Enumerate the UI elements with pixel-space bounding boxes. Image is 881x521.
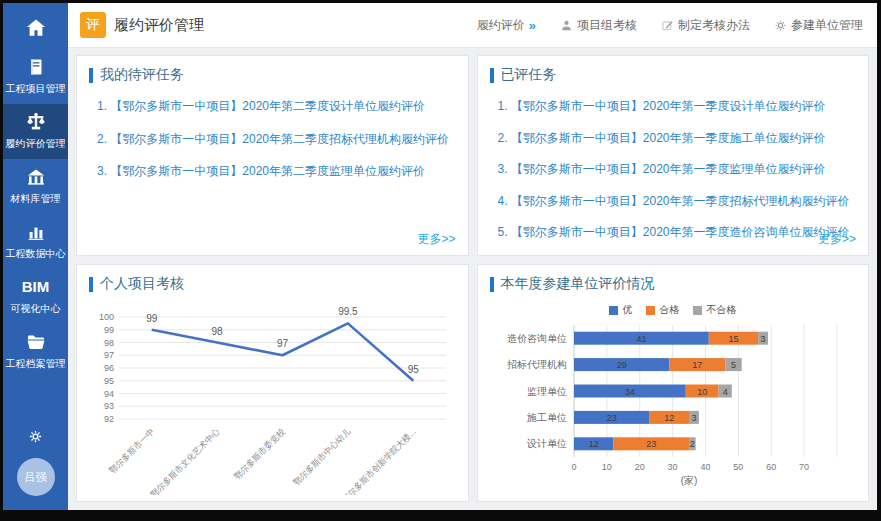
sidebar-item-label: 工程数据中心 [6, 247, 66, 261]
header-menu-project-team-assessment[interactable]: 项目组考核 [560, 17, 637, 34]
dashboard-content: 我的待评任务 1. 【鄂尔多斯市一中项目】2020年第二季度设计单位履约评价2.… [68, 48, 877, 510]
data-label: 99 [146, 313, 158, 324]
task-link[interactable]: 3. 【鄂尔多斯市一中项目】2020年第一季度监理单位履约评价 [498, 161, 857, 178]
avatar[interactable]: 吕强 [17, 458, 55, 496]
header-menu-performance-evaluation[interactable]: 履约评价» [477, 17, 536, 34]
segment-label: 34 [624, 387, 634, 397]
task-link[interactable]: 1. 【鄂尔多斯市一中项目】2020年第一季度设计单位履约评价 [498, 98, 857, 115]
bar-chart-legend: 优合格不合格 [488, 301, 859, 319]
edit-icon [661, 19, 674, 32]
task-link[interactable]: 2. 【鄂尔多斯市一中项目】2020年第一季度施工单位履约评价 [498, 130, 857, 147]
svg-text:94: 94 [104, 389, 114, 399]
bar-chart-body: 优合格不合格 010203040506070(家)造价咨询单位41153招标代理… [478, 299, 869, 501]
legend-label: 优 [622, 303, 632, 317]
sidebar-item-label: 材料库管理 [11, 192, 61, 206]
panel-header: 我的待评任务 [77, 56, 468, 90]
legend-item: 优 [609, 303, 632, 317]
segment-label: 2 [689, 439, 694, 449]
sidebar-item-label: 工程项目管理 [6, 82, 66, 96]
panel-title: 本年度参建单位评价情况 [501, 275, 655, 293]
task-link[interactable]: 1. 【鄂尔多斯市一中项目】2020年第二季度设计单位履约评价 [97, 98, 456, 115]
svg-text:10: 10 [601, 462, 611, 472]
header-menu-assessment-method[interactable]: 制定考核办法 [661, 17, 750, 34]
data-label: 98 [212, 326, 224, 337]
line-chart-body: 100999897969594939299989799.595鄂尔多斯市一中鄂尔… [77, 299, 468, 501]
legend-swatch [646, 306, 655, 315]
settings-gear-icon[interactable] [3, 423, 68, 450]
svg-text:96: 96 [104, 363, 114, 373]
x-axis-title: (家) [680, 475, 697, 486]
more-link[interactable]: 更多>> [417, 231, 455, 248]
segment-label: 3 [760, 334, 765, 344]
bar-chart-icon [25, 221, 47, 243]
app-window: 工程项目管理履约评价管理材料库管理工程数据中心BIM可视化中心工程档案管理 吕强… [0, 0, 881, 521]
more-link[interactable]: 更多>> [818, 231, 856, 248]
gear-icon [774, 19, 787, 32]
panel-title: 我的待评任务 [100, 66, 184, 84]
sidebar-item-materials[interactable]: 材料库管理 [3, 159, 68, 214]
app-root: 工程项目管理履约评价管理材料库管理工程数据中心BIM可视化中心工程档案管理 吕强… [3, 3, 877, 510]
panel-header: 已评任务 [478, 56, 869, 90]
sidebar-item-projects[interactable]: 工程项目管理 [3, 49, 68, 104]
task-link[interactable]: 5. 【鄂尔多斯市一中项目】2020年第一季度造价咨询单位履约评价 [498, 224, 857, 241]
header-menu-unit-management[interactable]: 参建单位管理 [774, 17, 863, 34]
panel-header: 个人项目考核 [77, 265, 468, 299]
bar-chart-svg: 010203040506070(家)造价咨询单位41153招标代理机构29175… [488, 319, 859, 495]
svg-text:鄂尔多斯市文化艺术中心: 鄂尔多斯市文化艺术中心 [148, 426, 222, 495]
title-accent-bar [490, 277, 494, 292]
sidebar-item-home[interactable] [3, 3, 68, 49]
header-menu-label: 参建单位管理 [791, 17, 863, 34]
svg-text:鄂尔多斯市中心幼儿: 鄂尔多斯市中心幼儿 [291, 426, 353, 488]
svg-text:100: 100 [99, 312, 114, 322]
svg-text:40: 40 [700, 462, 710, 472]
panel-title: 已评任务 [501, 66, 557, 84]
svg-text:70: 70 [799, 462, 809, 472]
personal-assessment-line-chart: 100999897969594939299989799.595鄂尔多斯市一中鄂尔… [87, 301, 458, 495]
panel-header: 本年度参建单位评价情况 [478, 265, 869, 299]
module-badge-icon: 评 [80, 12, 106, 38]
legend-item: 不合格 [693, 303, 736, 317]
legend-swatch [693, 306, 702, 315]
sidebar-item-bim[interactable]: BIM可视化中心 [3, 269, 68, 324]
sidebar-item-evaluation[interactable]: 履约评价管理 [3, 104, 68, 159]
task-link[interactable]: 3. 【鄂尔多斯市一中项目】2020年第二季度监理单位履约评价 [97, 163, 456, 180]
unit-evaluation-panel: 本年度参建单位评价情况 优合格不合格 010203040506070(家)造价咨… [477, 264, 870, 502]
evaluated-tasks-panel: 已评任务 1. 【鄂尔多斯市一中项目】2020年第一季度设计单位履约评价2. 【… [477, 55, 870, 256]
svg-text:0: 0 [571, 462, 576, 472]
top-header: 评 履约评价管理 履约评价»项目组考核制定考核办法参建单位管理 [68, 3, 877, 48]
segment-label: 29 [616, 360, 626, 370]
segment-label: 15 [728, 334, 738, 344]
svg-text:鄂尔多斯市委党校: 鄂尔多斯市委党校 [232, 426, 288, 482]
home-icon [25, 17, 47, 39]
header-menu: 履约评价»项目组考核制定考核办法参建单位管理 [477, 17, 863, 34]
title-accent-bar [490, 68, 494, 83]
task-link[interactable]: 4. 【鄂尔多斯市一中项目】2020年第一季度招标代理机构履约评价 [498, 193, 857, 210]
bim-text-icon: BIM [25, 276, 47, 298]
person-icon [560, 19, 573, 32]
segment-label: 41 [636, 334, 646, 344]
category-label: 造价咨询单位 [507, 333, 567, 344]
svg-text:60: 60 [766, 462, 776, 472]
sidebar-item-label: 履约评价管理 [6, 137, 66, 151]
segment-label: 12 [588, 439, 598, 449]
personal-assessment-panel: 个人项目考核 100999897969594939299989799.595鄂尔… [76, 264, 469, 502]
main-area: 评 履约评价管理 履约评价»项目组考核制定考核办法参建单位管理 我的待评任务 1… [68, 3, 877, 510]
legend-label: 合格 [659, 303, 679, 317]
sidebar-item-archives[interactable]: 工程档案管理 [3, 324, 68, 379]
category-label: 设计单位 [526, 438, 567, 449]
segment-label: 12 [664, 413, 674, 423]
sidebar-item-data-center[interactable]: 工程数据中心 [3, 214, 68, 269]
data-label: 97 [277, 338, 289, 349]
sidebar-item-label: 可视化中心 [11, 302, 61, 316]
segment-label: 4 [722, 387, 727, 397]
sidebar-items: 工程项目管理履约评价管理材料库管理工程数据中心BIM可视化中心工程档案管理 [3, 3, 68, 379]
folder-icon [25, 331, 47, 353]
task-link[interactable]: 2. 【鄂尔多斯市一中项目】2020年第二季度招标代理机构履约评价 [97, 131, 456, 148]
warehouse-icon [25, 166, 47, 188]
x-axis-labels: 鄂尔多斯市一中鄂尔多斯市文化艺术中心鄂尔多斯市委党校鄂尔多斯市中心幼儿鄂尔多斯市… [107, 426, 418, 495]
header-menu-label: 履约评价 [477, 17, 525, 34]
line-chart-svg: 100999897969594939299989799.595鄂尔多斯市一中鄂尔… [87, 301, 458, 495]
data-label: 99.5 [338, 306, 358, 317]
svg-text:鄂尔多斯市创新学院大楼...: 鄂尔多斯市创新学院大楼... [340, 426, 418, 495]
header-menu-label: 制定考核办法 [678, 17, 750, 34]
